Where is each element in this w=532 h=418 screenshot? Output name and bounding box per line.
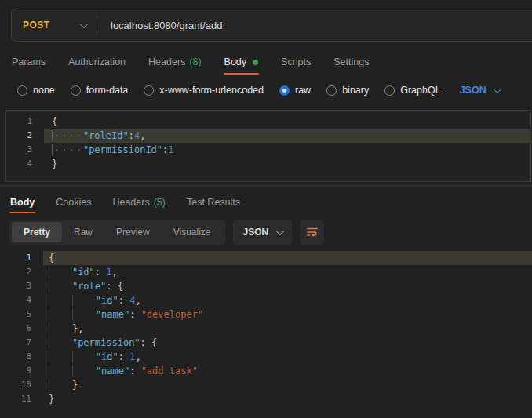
code-line[interactable]: 1{ [6,114,530,129]
radio-label: none [33,85,55,96]
code-line[interactable]: 3 "role": { [0,279,532,293]
view-mode-switcher: Pretty Raw Preview Visualize [9,220,225,245]
code-line[interactable]: 2····"roleId":4, [6,129,530,143]
radio-form-data[interactable]: form-data [71,85,129,96]
radio-label: x-www-form-urlencoded [159,85,264,96]
line-number: 4 [0,293,43,307]
radio-label: binary [342,85,369,96]
method-dropdown[interactable]: POST [12,9,97,41]
tab-label: Headers [112,197,149,208]
line-number: 3 [6,143,44,157]
line-number: 6 [0,322,43,336]
tab-label: Headers [148,56,185,67]
divider [97,15,97,35]
line-number: 10 [0,378,43,392]
code-line[interactable]: 8 "id": 1, [0,350,532,364]
radio-icon [71,85,81,96]
tab-cookies[interactable]: Cookies [55,191,92,213]
text-wrap-icon [305,225,319,239]
response-tabs: Body Cookies Headers (5) Test Results [9,191,241,213]
tab-label: Cookies [56,197,91,208]
code-line[interactable]: 7 "permission": { [0,336,532,350]
tab-authorization[interactable]: Authorization [67,49,126,75]
tab-params[interactable]: Params [11,49,46,75]
radio-icon [326,85,337,96]
code-line[interactable]: 10 } [0,378,532,392]
code-line[interactable]: 4 "id": 4, [0,293,532,307]
tab-response-headers[interactable]: Headers (5) [111,191,166,213]
tab-label: Params [12,56,46,67]
tab-label: Scripts [281,56,311,67]
code-line[interactable]: 6 }, [0,322,532,336]
tab-label: Body [224,56,247,67]
radio-icon [17,85,27,96]
chevron-down-icon [276,227,284,235]
tab-settings[interactable]: Settings [333,49,370,75]
response-body-viewer[interactable]: 1{2 "id": 1,3 "role": {4 "id": 4,5 "name… [0,249,532,406]
radio-binary[interactable]: binary [326,85,369,96]
view-pretty[interactable]: Pretty [12,222,62,242]
line-number: 11 [0,392,43,406]
tab-label: Authorization [68,56,126,67]
headers-count: (5) [154,197,166,208]
body-type-selector: none form-data x-www-form-urlencoded raw… [17,80,499,100]
code-line[interactable]: 2 "id": 1, [0,265,532,279]
code-line[interactable]: 4} [6,157,530,171]
tab-scripts[interactable]: Scripts [280,49,312,75]
line-number: 7 [0,336,43,350]
code-line[interactable]: 1{ [0,251,532,265]
radio-label: form-data [86,85,129,96]
radio-selected-icon [279,85,290,96]
url-input[interactable]: localhost:8080/grant/add [111,20,222,31]
line-number: 3 [0,279,43,293]
request-body-editor[interactable]: 1{2····"roleId":4,3····"permissionId":14… [5,110,531,182]
line-number: 1 [0,251,43,265]
raw-format-dropdown[interactable]: JSON [460,85,499,96]
tab-test-results[interactable]: Test Results [186,191,241,213]
response-view-toolbar: Pretty Raw Preview Visualize JSON [9,220,324,245]
radio-icon [384,85,395,96]
radio-none[interactable]: none [17,85,55,96]
format-label: JSON [243,227,269,238]
wrap-text-button[interactable] [300,220,324,245]
tab-headers[interactable]: Headers (8) [148,49,202,75]
chevron-down-icon [80,20,88,28]
tab-response-body[interactable]: Body [9,191,35,213]
tab-label: Settings [333,56,369,67]
tab-body[interactable]: Body [224,49,260,75]
radio-graphql[interactable]: GraphQL [384,85,440,96]
line-number: 4 [6,157,44,171]
line-number: 1 [6,114,44,129]
radio-label: raw [295,85,311,96]
method-label: POST [23,20,49,31]
tab-label: Test Results [187,197,240,208]
view-visualize[interactable]: Visualize [162,222,223,242]
modified-dot-icon [253,60,258,65]
line-number: 5 [0,307,43,322]
radio-icon [144,85,154,96]
radio-raw[interactable]: raw [279,85,311,96]
response-format-dropdown[interactable]: JSON [233,220,293,245]
line-number: 2 [6,129,44,143]
chevron-down-icon [494,85,501,93]
line-number: 2 [0,265,43,279]
format-label: JSON [460,85,486,96]
headers-count: (8) [189,56,201,67]
radio-x-www-form-urlencoded[interactable]: x-www-form-urlencoded [144,85,264,96]
radio-label: GraphQL [400,85,440,96]
request-tabs: Params Authorization Headers (8) Body Sc… [11,49,370,75]
line-number: 8 [0,350,43,364]
tab-label: Body [10,197,35,208]
code-line[interactable]: 9 "name": "add_task" [0,364,532,378]
line-number: 9 [0,364,43,378]
code-line[interactable]: 11} [0,392,532,406]
view-preview[interactable]: Preview [104,222,162,242]
section-divider [0,185,532,186]
request-url-bar: POST localhost:8080/grant/add [11,9,532,42]
view-raw[interactable]: Raw [62,222,104,242]
code-line[interactable]: 5 "name": "developer" [0,307,532,322]
code-line[interactable]: 3····"permissionId":1 [6,143,530,157]
